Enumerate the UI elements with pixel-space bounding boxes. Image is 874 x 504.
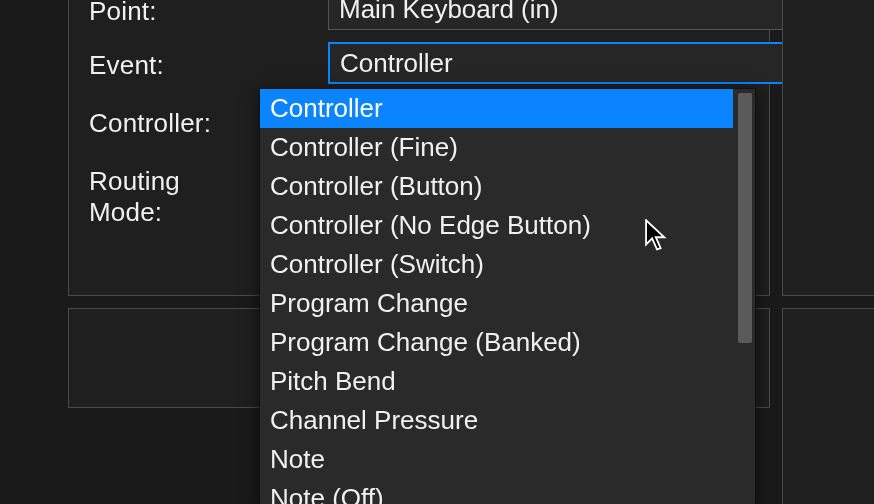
dropdown-option[interactable]: Channel Pressure (260, 401, 733, 440)
point-select-value: Main Keyboard (in) (339, 0, 559, 25)
controller-label: Controller: (89, 108, 259, 139)
scrollbar-thumb[interactable] (738, 93, 752, 343)
point-label: Point: (89, 0, 259, 27)
dropdown-option[interactable]: Controller (Fine) (260, 128, 733, 167)
dropdown-option[interactable]: Controller (Button) (260, 167, 733, 206)
dropdown-option[interactable]: Note (260, 440, 733, 479)
dropdown-option[interactable]: Controller (Switch) (260, 245, 733, 284)
lower-side-panel (782, 308, 874, 504)
event-dropdown[interactable]: ControllerController (Fine)Controller (B… (259, 88, 756, 504)
side-panel (782, 0, 874, 296)
dropdown-scrollbar[interactable] (733, 89, 755, 504)
point-select[interactable]: Main Keyboard (in) (328, 0, 823, 30)
dropdown-option[interactable]: Note (Off) (260, 479, 733, 504)
dropdown-option[interactable]: Pitch Bend (260, 362, 733, 401)
routing-mode-label: Routing Mode: (89, 166, 259, 228)
event-select-value: Controller (340, 48, 453, 79)
dropdown-option[interactable]: Program Change (260, 284, 733, 323)
event-label: Event: (89, 50, 259, 81)
dropdown-option[interactable]: Controller (260, 89, 733, 128)
dropdown-option[interactable]: Controller (No Edge Button) (260, 206, 733, 245)
event-select[interactable]: Controller (328, 42, 823, 84)
dropdown-option[interactable]: Program Change (Banked) (260, 323, 733, 362)
